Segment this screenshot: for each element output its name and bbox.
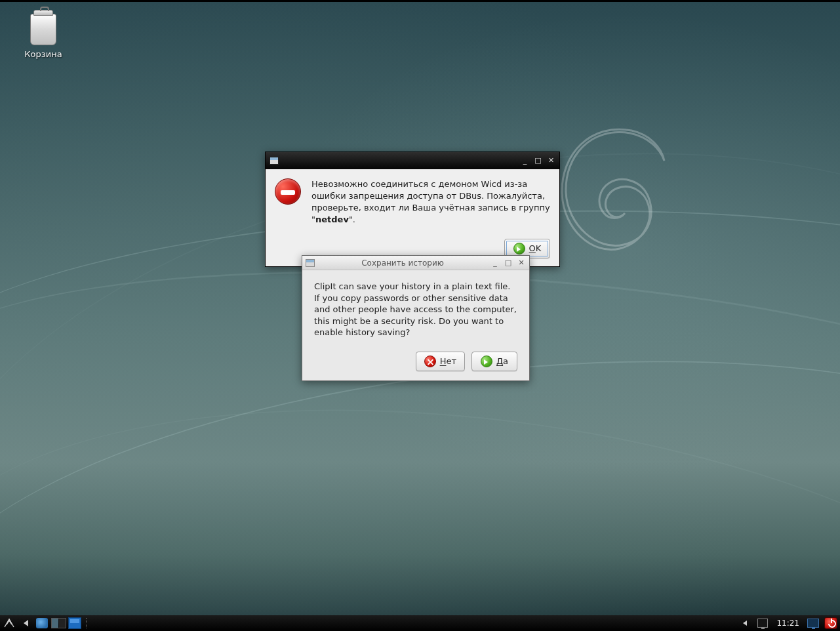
apply-icon xyxy=(481,356,492,367)
minimize-button[interactable]: _ xyxy=(521,157,529,165)
clock[interactable]: 11:21 xyxy=(774,619,802,628)
tray-expand-button[interactable] xyxy=(738,617,751,629)
power-button[interactable] xyxy=(824,617,837,629)
display-tray-icon[interactable] xyxy=(807,617,820,629)
no-button[interactable]: Нет xyxy=(416,352,465,371)
workspace-pager[interactable] xyxy=(52,617,65,629)
desktop[interactable]: Корзина _ □ ✕ Невозможно соединиться с д… xyxy=(0,2,840,615)
wicd-error-message: Невозможно соединиться с демоном Wicd из… xyxy=(311,178,550,226)
workspace-2[interactable] xyxy=(59,619,66,628)
clipit-body: ClipIt can save your history in a plain … xyxy=(302,270,529,380)
clipit-titlebar[interactable]: Сохранить историю _ □ ✕ xyxy=(302,256,529,270)
taskbar: 11:21 xyxy=(0,615,840,631)
trash-icon xyxy=(30,14,56,45)
show-desktop-button[interactable] xyxy=(19,617,32,629)
taskbar-divider xyxy=(86,618,89,628)
debian-swirl-icon xyxy=(551,120,670,264)
file-manager-launcher[interactable] xyxy=(35,617,49,629)
network-tray-icon[interactable] xyxy=(756,617,769,629)
minimize-button[interactable]: _ xyxy=(490,258,500,268)
close-button[interactable]: ✕ xyxy=(517,258,526,268)
yes-button[interactable]: Да xyxy=(471,352,517,371)
ok-mnemonic: O xyxy=(529,243,536,253)
clipit-dialog: Сохранить историю _ □ ✕ ClipIt can save … xyxy=(302,255,530,381)
error-icon xyxy=(275,178,301,205)
window-app-icon xyxy=(306,259,315,267)
clipit-title: Сохранить историю xyxy=(315,258,490,268)
window-app-icon xyxy=(270,157,279,165)
cancel-icon xyxy=(424,356,436,367)
yes-mnemonic: Д xyxy=(496,356,503,366)
maximize-button[interactable]: □ xyxy=(504,258,513,268)
maximize-button[interactable]: □ xyxy=(534,157,542,165)
close-button[interactable]: ✕ xyxy=(547,157,555,165)
no-mnemonic: Н xyxy=(440,356,447,366)
clipit-message: ClipIt can save your history in a plain … xyxy=(314,281,517,338)
workspace-1[interactable] xyxy=(52,619,58,628)
wicd-titlebar[interactable]: _ □ ✕ xyxy=(266,152,559,169)
taskbar-window-button[interactable] xyxy=(68,617,81,629)
ok-icon xyxy=(513,243,525,254)
app-menu-button[interactable] xyxy=(3,617,16,629)
wicd-error-dialog: _ □ ✕ Невозможно соединиться с демоном W… xyxy=(265,152,560,267)
trash-desktop-icon[interactable]: Корзина xyxy=(18,14,68,59)
trash-label: Корзина xyxy=(18,49,68,59)
wicd-body: Невозможно соединиться с демоном Wicd из… xyxy=(266,169,559,266)
